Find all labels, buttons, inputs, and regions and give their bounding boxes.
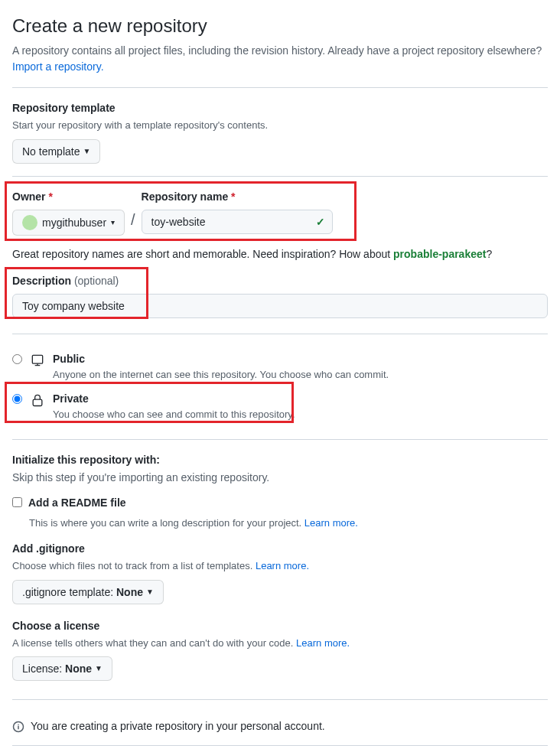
init-title: Initialize this repository with: bbox=[12, 452, 548, 468]
optional-label: (optional) bbox=[74, 275, 119, 287]
description-label: Description bbox=[12, 275, 71, 287]
readme-title: Add a README file bbox=[28, 495, 126, 511]
private-title: Private bbox=[53, 391, 295, 407]
repo-name-label: Repository name bbox=[142, 190, 229, 203]
private-radio[interactable] bbox=[12, 394, 22, 404]
lock-icon bbox=[30, 392, 45, 412]
repo-name-input[interactable] bbox=[142, 210, 333, 234]
license-learn-more-link[interactable]: Learn more. bbox=[296, 637, 350, 649]
caret-down-icon: ▼ bbox=[83, 144, 90, 159]
divider bbox=[12, 439, 548, 440]
public-desc: Anyone on the internet can see this repo… bbox=[53, 367, 389, 383]
divider bbox=[12, 699, 548, 700]
readme-learn-more-link[interactable]: Learn more. bbox=[304, 517, 358, 529]
divider bbox=[12, 176, 548, 177]
page-subhead: A repository contains all project files,… bbox=[12, 43, 548, 75]
divider bbox=[12, 334, 548, 334]
public-title: Public bbox=[53, 351, 389, 367]
gitignore-desc: Choose which files not to track from a l… bbox=[12, 558, 548, 574]
info-icon bbox=[12, 721, 24, 733]
template-dropdown[interactable]: No template ▼ bbox=[12, 139, 100, 164]
license-title: Choose a license bbox=[12, 618, 548, 634]
divider bbox=[12, 87, 548, 88]
page-title: Create a new repository bbox=[12, 12, 548, 40]
visibility-private-row[interactable]: Private You choose who can see and commi… bbox=[12, 386, 548, 427]
private-desc: You choose who can see and commit to thi… bbox=[53, 407, 295, 422]
caret-down-icon: ▼ bbox=[95, 661, 103, 676]
public-radio[interactable] bbox=[12, 354, 22, 364]
name-suggestion[interactable]: probable-parakeet bbox=[393, 248, 486, 260]
description-input[interactable] bbox=[12, 294, 548, 318]
divider bbox=[12, 745, 548, 746]
gitignore-title: Add .gitignore bbox=[12, 541, 548, 557]
gitignore-dropdown[interactable]: .gitignore template: None ▼ bbox=[12, 580, 164, 604]
readme-checkbox[interactable] bbox=[12, 497, 22, 507]
readme-desc: This is where you can write a long descr… bbox=[29, 516, 548, 531]
repo-icon bbox=[30, 353, 45, 373]
license-dropdown[interactable]: License: None ▼ bbox=[12, 656, 112, 681]
owner-dropdown[interactable]: mygithubuser▾ bbox=[12, 210, 125, 236]
private-notice: You are creating a private repository in… bbox=[12, 712, 548, 741]
owner-label: Owner bbox=[12, 190, 46, 203]
init-skip: Skip this step if you're importing an ex… bbox=[12, 470, 548, 486]
caret-down-icon: ▾ bbox=[111, 215, 115, 230]
import-repository-link[interactable]: Import a repository. bbox=[12, 60, 104, 73]
name-hint: Great repository names are short and mem… bbox=[12, 246, 548, 262]
template-help: Start your repository with a template re… bbox=[12, 118, 548, 133]
slash-separator: / bbox=[131, 208, 135, 236]
svg-rect-1 bbox=[33, 399, 42, 405]
template-section: Repository template Start your repositor… bbox=[12, 100, 548, 164]
caret-down-icon: ▼ bbox=[146, 584, 154, 600]
avatar bbox=[22, 215, 37, 230]
required-asterisk: * bbox=[231, 190, 235, 203]
visibility-public-row[interactable]: Public Anyone on the internet can see th… bbox=[12, 347, 548, 387]
template-label: Repository template bbox=[12, 100, 548, 116]
check-icon: ✓ bbox=[316, 213, 325, 230]
svg-rect-0 bbox=[32, 355, 42, 363]
required-asterisk: * bbox=[48, 190, 52, 203]
license-desc: A license tells others what they can and… bbox=[12, 636, 548, 651]
gitignore-learn-more-link[interactable]: Learn more. bbox=[256, 560, 309, 571]
